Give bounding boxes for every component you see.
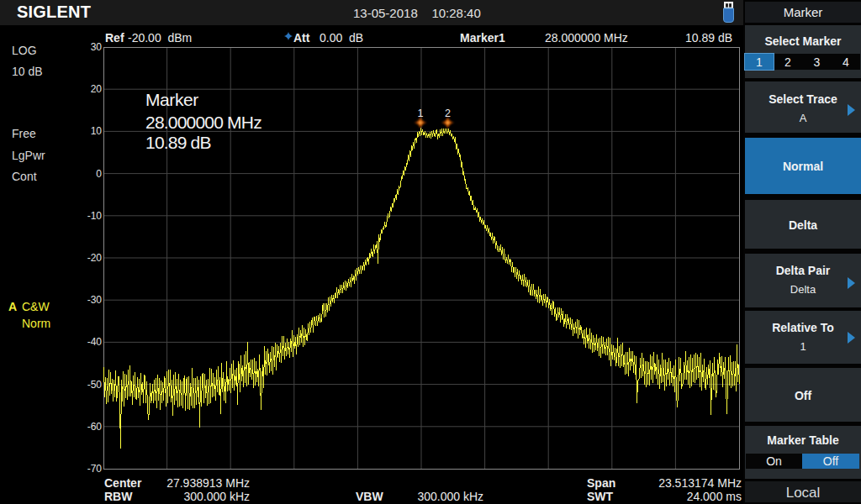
svg-text:2: 2: [445, 108, 451, 119]
svg-text:1: 1: [418, 108, 424, 119]
